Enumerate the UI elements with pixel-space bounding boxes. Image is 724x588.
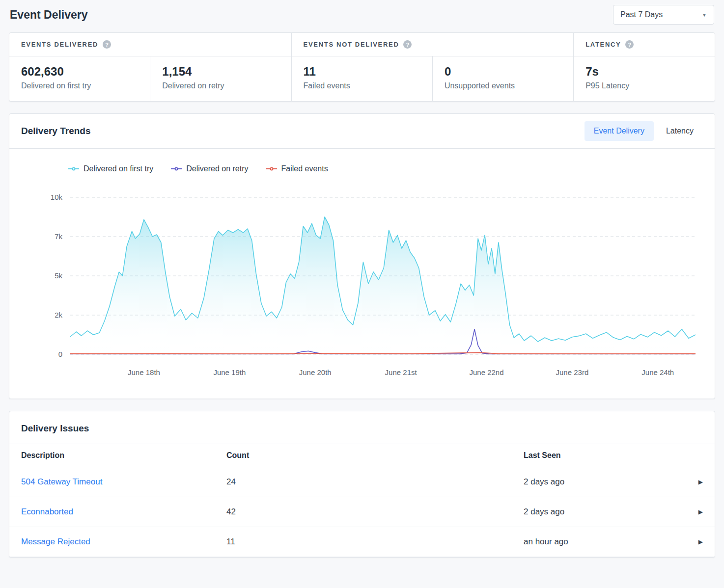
svg-text:June 21st: June 21st bbox=[385, 368, 418, 376]
stat-group-body: 602,630 Delivered on first try 1,154 Del… bbox=[9, 56, 291, 101]
delivery-issues-card: Delivery Issues Description Count Last S… bbox=[9, 411, 715, 558]
stat-group-header: LATENCY ? bbox=[574, 33, 715, 56]
legend-marker-icon bbox=[171, 168, 182, 169]
legend-item-failed: Failed events bbox=[266, 164, 328, 173]
chevron-right-icon[interactable]: ▶ bbox=[698, 508, 703, 515]
svg-text:10k: 10k bbox=[51, 193, 63, 201]
stat-cell-p95-latency: 7s P95 Latency bbox=[574, 56, 715, 101]
svg-text:June 24th: June 24th bbox=[641, 368, 674, 376]
chevron-down-icon: ▼ bbox=[702, 12, 707, 18]
issue-count: 11 bbox=[215, 527, 512, 557]
stat-cell-unsupported: 0 Unsupported events bbox=[432, 56, 573, 101]
svg-text:June 23rd: June 23rd bbox=[556, 368, 589, 376]
issue-count: 24 bbox=[215, 467, 512, 497]
svg-text:5k: 5k bbox=[55, 271, 62, 280]
event-delivery-page: Event Delivery Past 7 Days ▼ EVENTS DELI… bbox=[0, 0, 724, 558]
stat-cell-first-try: 602,630 Delivered on first try bbox=[9, 56, 150, 101]
legend-marker-icon bbox=[68, 168, 79, 169]
stat-label: Delivered on first try bbox=[21, 81, 138, 90]
stat-group-title: LATENCY bbox=[585, 41, 621, 48]
column-header-last-seen: Last Seen bbox=[512, 444, 715, 467]
help-icon[interactable]: ? bbox=[103, 40, 111, 49]
tab-latency[interactable]: Latency bbox=[657, 121, 703, 141]
help-icon[interactable]: ? bbox=[625, 40, 634, 49]
stat-value: 7s bbox=[585, 65, 703, 79]
svg-text:0: 0 bbox=[58, 350, 62, 358]
delivery-trends-chart: 02k5k7k10kJune 18thJune 19thJune 20thJun… bbox=[21, 185, 703, 384]
legend-item-first-try: Delivered on first try bbox=[68, 164, 153, 173]
svg-text:June 20th: June 20th bbox=[299, 368, 332, 376]
issue-link[interactable]: Message Rejected bbox=[21, 537, 90, 546]
chevron-right-icon[interactable]: ▶ bbox=[698, 538, 703, 545]
stat-cell-retry: 1,154 Delivered on retry bbox=[150, 56, 291, 101]
issue-last-seen: 2 days ago bbox=[524, 477, 564, 487]
stat-group-events-delivered: EVENTS DELIVERED ? 602,630 Delivered on … bbox=[9, 33, 292, 101]
issues-table: Description Count Last Seen 504 Gateway … bbox=[9, 444, 715, 557]
stat-group-header: EVENTS NOT DELIVERED ? bbox=[292, 33, 574, 56]
stat-value: 602,630 bbox=[21, 65, 138, 79]
column-header-count: Count bbox=[215, 444, 512, 467]
stat-group-body: 7s P95 Latency bbox=[574, 56, 715, 101]
stat-group-events-not-delivered: EVENTS NOT DELIVERED ? 11 Failed events … bbox=[292, 33, 574, 101]
stat-label: Unsupported events bbox=[445, 81, 561, 90]
stat-group-header: EVENTS DELIVERED ? bbox=[9, 33, 291, 56]
legend-item-retry: Delivered on retry bbox=[171, 164, 248, 173]
stats-summary-card: EVENTS DELIVERED ? 602,630 Delivered on … bbox=[9, 32, 715, 102]
issue-link[interactable]: 504 Gateway Timeout bbox=[21, 477, 102, 486]
issue-row[interactable]: Econnaborted 42 2 days ago ▶ bbox=[9, 497, 715, 527]
chevron-right-icon[interactable]: ▶ bbox=[698, 479, 703, 485]
svg-text:June 18th: June 18th bbox=[128, 368, 160, 376]
svg-text:June 22nd: June 22nd bbox=[469, 368, 503, 376]
issues-title: Delivery Issues bbox=[9, 423, 715, 444]
issue-last-seen: an hour ago bbox=[524, 537, 568, 547]
svg-text:June 19th: June 19th bbox=[213, 368, 246, 376]
stat-group-title: EVENTS NOT DELIVERED bbox=[304, 41, 399, 48]
issue-link[interactable]: Econnaborted bbox=[21, 507, 73, 516]
legend-label: Failed events bbox=[281, 164, 328, 173]
stat-label: Delivered on retry bbox=[162, 81, 279, 90]
chart-legend: Delivered on first try Delivered on retr… bbox=[68, 164, 703, 173]
chart-area: Delivered on first try Delivered on retr… bbox=[9, 149, 715, 399]
stat-value: 0 bbox=[445, 65, 561, 79]
issues-table-header: Description Count Last Seen bbox=[9, 444, 715, 467]
issue-last-seen: 2 days ago bbox=[524, 507, 564, 517]
legend-label: Delivered on retry bbox=[186, 164, 248, 173]
stat-value: 1,154 bbox=[162, 65, 279, 79]
trends-tabs: Event Delivery Latency bbox=[585, 121, 703, 141]
trends-title: Delivery Trends bbox=[21, 126, 91, 136]
stat-label: P95 Latency bbox=[585, 81, 703, 90]
date-range-value: Past 7 Days bbox=[620, 10, 663, 19]
stat-value: 11 bbox=[304, 65, 420, 79]
column-header-description: Description bbox=[9, 444, 215, 467]
trends-header: Delivery Trends Event Delivery Latency bbox=[9, 114, 715, 149]
legend-label: Delivered on first try bbox=[84, 164, 153, 173]
svg-text:2k: 2k bbox=[55, 311, 62, 319]
help-icon[interactable]: ? bbox=[403, 40, 412, 49]
stat-cell-failed: 11 Failed events bbox=[292, 56, 432, 101]
delivery-trends-card: Delivery Trends Event Delivery Latency D… bbox=[9, 113, 715, 399]
issue-row[interactable]: Message Rejected 11 an hour ago ▶ bbox=[9, 527, 715, 557]
page-title: Event Delivery bbox=[10, 8, 88, 22]
stat-group-body: 11 Failed events 0 Unsupported events bbox=[292, 56, 574, 101]
stat-group-title: EVENTS DELIVERED bbox=[21, 41, 98, 48]
page-header: Event Delivery Past 7 Days ▼ bbox=[9, 0, 715, 32]
issue-row[interactable]: 504 Gateway Timeout 24 2 days ago ▶ bbox=[9, 467, 715, 497]
stat-group-latency: LATENCY ? 7s P95 Latency bbox=[574, 33, 715, 101]
legend-marker-icon bbox=[266, 168, 277, 169]
svg-text:7k: 7k bbox=[55, 232, 62, 241]
stat-label: Failed events bbox=[304, 81, 420, 90]
issue-count: 42 bbox=[215, 497, 512, 527]
tab-event-delivery[interactable]: Event Delivery bbox=[585, 121, 654, 141]
date-range-dropdown[interactable]: Past 7 Days ▼ bbox=[613, 5, 714, 25]
